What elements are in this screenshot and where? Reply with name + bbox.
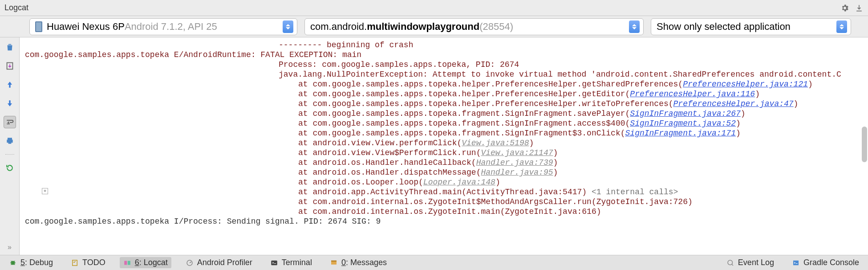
hide-icon[interactable] <box>855 4 864 12</box>
svg-rect-3 <box>124 261 127 265</box>
todo-icon <box>71 259 79 267</box>
title-actions <box>840 4 864 12</box>
scrollbar-thumb[interactable] <box>862 127 867 162</box>
tab-logcat[interactable]: 6: Logcat <box>120 257 171 268</box>
device-selector[interactable]: Huawei Nexus 6P Android 7.1.2, API 25 <box>29 18 297 35</box>
tab-messages[interactable]: 0: Messages <box>326 257 390 268</box>
device-detail: Android 7.1.2, API 25 <box>125 21 217 33</box>
messages-icon <box>330 259 338 267</box>
gear-icon[interactable] <box>840 4 849 12</box>
main-area: » --------- beginning of crash com.googl… <box>0 37 868 255</box>
svg-rect-4 <box>127 261 130 265</box>
phone-icon <box>35 21 42 32</box>
log-line: Process: com.google.samples.apps.topeka,… <box>25 60 868 70</box>
log-message: FATAL EXCEPTION: main <box>260 50 361 59</box>
source-link[interactable]: Handler.java:739 <box>476 158 553 167</box>
stack-frame: at android.os.Handler.handleCallback(Han… <box>25 158 868 168</box>
source-link[interactable]: View.java:21147 <box>481 148 553 157</box>
tab-android-profiler[interactable]: Android Profiler <box>182 257 256 268</box>
filter-selector[interactable]: Show only selected application <box>651 18 851 35</box>
svg-rect-6 <box>271 260 277 265</box>
log-output[interactable]: --------- beginning of crash com.google.… <box>20 37 868 255</box>
process-name: multiwindowplayground <box>367 21 479 33</box>
arrow-up-icon[interactable] <box>4 78 16 91</box>
filter-toolbar: Huawei Nexus 6P Android 7.1.2, API 25 co… <box>0 16 868 37</box>
svg-point-9 <box>728 260 733 265</box>
source-link[interactable]: PreferencesHelper.java:47 <box>673 99 794 108</box>
print-icon[interactable] <box>4 135 16 147</box>
stack-frame: at com.google.samples.apps.topeka.helper… <box>25 99 868 109</box>
source-link[interactable]: SignInFragment.java:267 <box>630 109 740 118</box>
dropdown-arrow-icon <box>283 20 293 33</box>
stack-frame: at com.google.samples.apps.topeka.fragme… <box>25 109 868 119</box>
stack-frame: at com.google.samples.apps.topeka.fragme… <box>25 119 868 128</box>
fold-toggle-icon[interactable]: + <box>42 188 48 194</box>
svg-rect-10 <box>793 260 799 265</box>
dropdown-arrow-icon <box>836 20 847 33</box>
bottom-tool-tabs: 5: Debug TODO 6: Logcat Android Profiler… <box>0 255 868 270</box>
bug-icon <box>9 259 17 267</box>
expand-icon[interactable]: » <box>8 243 12 251</box>
log-line: com.google.samples.apps.topeka I/Process… <box>25 217 868 226</box>
tab-debug[interactable]: 5: Debug <box>5 257 57 268</box>
tab-gradle-console[interactable]: Gradle Console <box>788 257 863 268</box>
restart-icon[interactable] <box>4 162 16 174</box>
trash-icon[interactable] <box>4 41 16 53</box>
log-toolbar-vertical: » <box>0 37 20 255</box>
log-tag: com.google.samples.apps.topeka E/Android… <box>25 50 260 59</box>
stack-frame: at com.google.samples.apps.topeka.helper… <box>25 89 868 99</box>
stack-frame: at android.view.View.performClick(View.j… <box>25 138 868 148</box>
panel-title: Logcat <box>4 3 28 12</box>
log-line: com.google.samples.apps.topeka E/Android… <box>25 50 868 60</box>
soft-wrap-icon[interactable] <box>4 116 16 128</box>
terminal-icon <box>270 259 278 267</box>
device-name: Huawei Nexus 6P <box>47 21 125 33</box>
svg-rect-8 <box>331 260 337 261</box>
tab-terminal[interactable]: Terminal <box>267 257 316 268</box>
logcat-icon <box>123 259 131 267</box>
svg-rect-2 <box>73 260 77 266</box>
source-link[interactable]: PreferencesHelper.java:121 <box>683 80 808 89</box>
stack-frame: at com.android.internal.os.ZygoteInit.ma… <box>25 207 868 217</box>
source-link[interactable]: PreferencesHelper.java:116 <box>630 90 755 98</box>
tab-event-log[interactable]: Event Log <box>723 257 778 268</box>
profiler-icon <box>186 259 194 267</box>
event-log-icon <box>726 259 734 267</box>
title-bar: Logcat <box>0 0 868 16</box>
arrow-down-icon[interactable] <box>4 97 16 110</box>
source-link[interactable]: SignInFragment.java:171 <box>625 129 736 138</box>
process-pid: (28554) <box>479 21 513 33</box>
source-link[interactable]: Looper.java:148 <box>423 178 495 187</box>
log-line: --------- beginning of crash <box>25 40 868 50</box>
logcat-panel: Logcat Huawei Nexus 6P Android 7.1.2, AP… <box>0 0 868 270</box>
stack-frame: at android.os.Looper.loop(Looper.java:14… <box>25 177 868 187</box>
source-link[interactable]: View.java:5198 <box>462 139 529 147</box>
stack-frame: at com.google.samples.apps.topeka.fragme… <box>25 128 868 138</box>
stack-frame: at android.app.ActivityThread.main(Activ… <box>25 187 868 197</box>
process-prefix: com.android. <box>310 21 367 33</box>
gutter-separator <box>5 154 14 155</box>
scroll-end-icon[interactable] <box>4 60 16 72</box>
source-link[interactable]: SignInFragment.java:52 <box>630 119 736 128</box>
stack-frame: at android.view.View$PerformClick.run(Vi… <box>25 148 868 158</box>
internal-calls-note: <1 internal calls> <box>592 188 678 196</box>
gradle-icon <box>792 259 800 267</box>
dropdown-arrow-icon <box>629 20 640 33</box>
process-selector[interactable]: com.android.multiwindowplayground (28554… <box>304 18 644 35</box>
filter-label: Show only selected application <box>657 21 791 33</box>
source-link[interactable]: Handler.java:95 <box>481 168 553 177</box>
stack-frame: at com.google.samples.apps.topeka.helper… <box>25 79 868 89</box>
log-line: java.lang.NullPointerException: Attempt … <box>25 70 868 79</box>
stack-frame: at android.os.Handler.dispatchMessage(Ha… <box>25 168 868 177</box>
tab-todo[interactable]: TODO <box>67 257 109 268</box>
stack-frame: at com.android.internal.os.ZygoteInit$Me… <box>25 197 868 207</box>
